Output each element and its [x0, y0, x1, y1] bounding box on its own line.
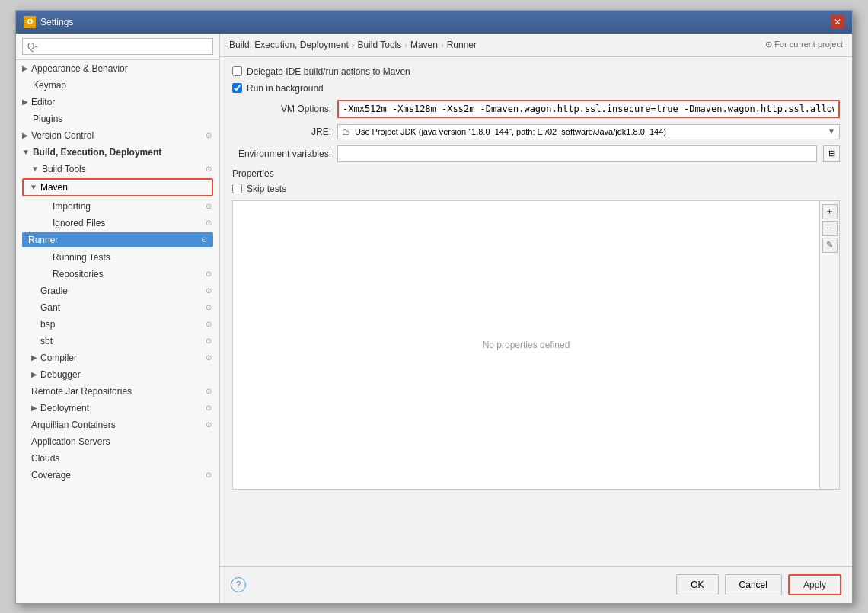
skip-tests-label[interactable]: Skip tests — [247, 184, 286, 194]
sidebar-item-clouds[interactable]: Clouds — [16, 450, 219, 467]
sidebar-label-gradle: Gradle — [40, 286, 68, 296]
breadcrumb: Build, Execution, Deployment › Build Too… — [229, 40, 477, 50]
expand-arrow-build-exec: ▼ — [22, 148, 30, 156]
sync-icon-ignored-files: ⊙ — [206, 219, 212, 227]
sidebar-item-runner[interactable]: Runner ⊙ — [22, 232, 213, 247]
sync-icon-remote-jar: ⊙ — [206, 387, 212, 395]
sidebar-label-coverage: Coverage — [31, 470, 71, 481]
folder-icon: 🗁 — [342, 127, 350, 136]
settings-window: ⚙ Settings ✕ ▶ Appearance & Behavior ▶ K… — [15, 10, 853, 604]
sidebar-label-clouds: Clouds — [31, 453, 59, 464]
sidebar-label-repositories: Repositories — [53, 269, 104, 279]
sidebar-item-importing[interactable]: Importing ⊙ — [16, 198, 219, 215]
sidebar-label-gant: Gant — [40, 302, 60, 313]
close-button[interactable]: ✕ — [831, 15, 844, 29]
delegate-label[interactable]: Delegate IDE build/run actions to Maven — [247, 66, 410, 77]
sync-icon-sbt: ⊙ — [206, 337, 212, 345]
env-row: Environment variables: ⊟ — [232, 145, 840, 162]
sidebar-label-bsp: bsp — [40, 319, 55, 330]
sidebar-item-bsp[interactable]: bsp ⊙ — [16, 316, 219, 333]
properties-area: No properties defined + − ✎ — [232, 200, 840, 490]
sync-icon-bsp: ⊙ — [206, 320, 212, 328]
sidebar-item-app-servers[interactable]: Application Servers — [16, 433, 219, 450]
sidebar-item-maven[interactable]: ▼ Maven — [22, 178, 213, 196]
env-label: Environment variables: — [232, 148, 331, 159]
bottom-bar: ? OK Cancel Apply — [220, 566, 852, 603]
jre-value: Use Project JDK (java version "1.8.0_144… — [355, 127, 823, 136]
sidebar-label-ignored-files: Ignored Files — [53, 218, 105, 228]
skip-tests-checkbox[interactable] — [232, 184, 242, 193]
vm-options-row: VM Options: — [232, 100, 840, 118]
env-input[interactable] — [337, 145, 817, 162]
sidebar-item-remote-jar[interactable]: Remote Jar Repositories ⊙ — [16, 383, 219, 400]
help-button[interactable]: ? — [231, 577, 246, 592]
expand-arrow-maven: ▼ — [30, 183, 37, 191]
sidebar-label-build-exec: Build, Execution, Deployment — [33, 147, 161, 158]
vm-options-label: VM Options: — [232, 104, 331, 114]
run-background-label[interactable]: Run in background — [247, 83, 324, 94]
delegate-checkbox[interactable] — [232, 66, 242, 76]
add-property-button[interactable]: + — [822, 204, 838, 219]
sidebar-label-maven: Maven — [40, 182, 68, 193]
properties-toolbar: + − ✎ — [820, 200, 840, 490]
for-current-label: ⊙ For current project — [765, 40, 843, 49]
properties-section: Properties Skip tests No properties defi… — [232, 168, 840, 490]
title-bar-left: ⚙ Settings — [24, 16, 73, 28]
sidebar-item-debugger[interactable]: ▶ Debugger — [16, 366, 219, 383]
sidebar-item-running-tests[interactable]: Running Tests — [16, 249, 219, 266]
skip-tests-row: Skip tests — [232, 184, 840, 194]
sidebar-label-deployment: Deployment — [40, 403, 89, 413]
expand-arrow-compiler: ▶ — [31, 353, 37, 362]
sidebar-label-keymap: Keymap — [33, 80, 66, 91]
ok-button[interactable]: OK — [676, 574, 718, 595]
sidebar-label-vc: Version Control — [31, 130, 94, 141]
sidebar-label-arquillian: Arquillian Containers — [31, 420, 116, 430]
sidebar-item-repositories[interactable]: Repositories ⊙ — [16, 266, 219, 283]
sidebar-item-appearance[interactable]: ▶ Appearance & Behavior — [16, 60, 219, 77]
sidebar-item-arquillian[interactable]: Arquillian Containers ⊙ — [16, 417, 219, 433]
jre-dropdown-icon[interactable]: ▼ — [828, 127, 835, 136]
sidebar-label-running-tests: Running Tests — [53, 252, 110, 263]
sync-icon-vc: ⊙ — [206, 131, 212, 139]
search-box — [16, 34, 219, 60]
cancel-button[interactable]: Cancel — [725, 574, 782, 595]
sync-icon-runner: ⊙ — [201, 235, 207, 244]
properties-box: No properties defined — [232, 200, 820, 490]
breadcrumb-part-2: Build Tools — [357, 40, 401, 50]
button-group: OK Cancel Apply — [676, 574, 841, 595]
run-background-checkbox[interactable] — [232, 83, 242, 93]
breadcrumb-sep-2: › — [404, 40, 407, 49]
breadcrumb-part-3: Maven — [410, 40, 438, 50]
sidebar-label-editor: Editor — [31, 97, 55, 107]
sidebar-item-coverage[interactable]: Coverage ⊙ — [16, 467, 219, 484]
apply-button[interactable]: Apply — [788, 574, 841, 595]
expand-arrow-debugger: ▶ — [31, 370, 37, 378]
sidebar-item-gradle[interactable]: Gradle ⊙ — [16, 283, 219, 299]
sidebar-item-sbt[interactable]: sbt ⊙ — [16, 333, 219, 350]
sidebar-item-plugins[interactable]: ▶ Plugins — [16, 110, 219, 127]
delegate-row: Delegate IDE build/run actions to Maven — [232, 66, 840, 77]
sync-icon-deployment: ⊙ — [206, 404, 212, 412]
edit-property-button[interactable]: ✎ — [822, 238, 838, 253]
remove-property-button[interactable]: − — [822, 221, 838, 236]
sync-icon-arquillian: ⊙ — [206, 420, 212, 429]
sidebar-item-editor[interactable]: ▶ Editor — [16, 94, 219, 110]
breadcrumb-part-1: Build, Execution, Deployment — [229, 40, 349, 50]
search-input[interactable] — [22, 38, 213, 55]
run-background-row: Run in background — [232, 83, 840, 94]
main-content: Build, Execution, Deployment › Build Too… — [220, 34, 852, 603]
jre-label: JRE: — [232, 126, 331, 137]
sidebar-item-gant[interactable]: Gant ⊙ — [16, 299, 219, 316]
sidebar-item-compiler[interactable]: ▶ Compiler ⊙ — [16, 350, 219, 366]
sidebar-item-ignored-files[interactable]: Ignored Files ⊙ — [16, 215, 219, 231]
sidebar-label-debugger: Debugger — [40, 369, 81, 380]
jre-select[interactable]: 🗁 Use Project JDK (java version "1.8.0_1… — [337, 124, 840, 139]
sidebar-item-keymap[interactable]: ▶ Keymap — [16, 77, 219, 94]
sidebar-item-build-exec[interactable]: ▼ Build, Execution, Deployment — [16, 144, 219, 161]
vm-options-input[interactable] — [337, 100, 840, 118]
breadcrumb-sep-1: › — [352, 40, 355, 49]
sidebar-item-deployment[interactable]: ▶ Deployment ⊙ — [16, 400, 219, 417]
sidebar-item-version-control[interactable]: ▶ Version Control ⊙ — [16, 127, 219, 144]
env-expand-button[interactable]: ⊟ — [823, 145, 840, 162]
sidebar-item-build-tools[interactable]: ▼ Build Tools ⊙ — [16, 161, 219, 177]
